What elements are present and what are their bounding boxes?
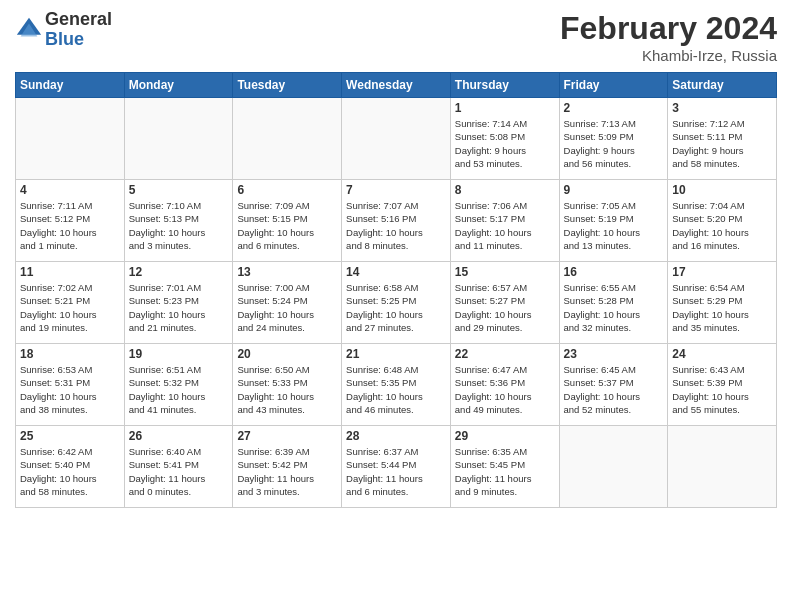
day-number: 27	[237, 429, 337, 443]
calendar-table: Sunday Monday Tuesday Wednesday Thursday…	[15, 72, 777, 508]
col-sunday: Sunday	[16, 73, 125, 98]
calendar-cell: 10Sunrise: 7:04 AMSunset: 5:20 PMDayligh…	[668, 180, 777, 262]
day-number: 14	[346, 265, 446, 279]
calendar-cell	[559, 426, 668, 508]
week-row-4: 25Sunrise: 6:42 AMSunset: 5:40 PMDayligh…	[16, 426, 777, 508]
calendar-cell: 11Sunrise: 7:02 AMSunset: 5:21 PMDayligh…	[16, 262, 125, 344]
day-info: Sunrise: 6:47 AMSunset: 5:36 PMDaylight:…	[455, 363, 555, 416]
day-number: 18	[20, 347, 120, 361]
calendar-cell: 20Sunrise: 6:50 AMSunset: 5:33 PMDayligh…	[233, 344, 342, 426]
logo-text: General Blue	[45, 10, 112, 50]
day-info: Sunrise: 6:39 AMSunset: 5:42 PMDaylight:…	[237, 445, 337, 498]
day-number: 26	[129, 429, 229, 443]
day-number: 7	[346, 183, 446, 197]
day-info: Sunrise: 6:45 AMSunset: 5:37 PMDaylight:…	[564, 363, 664, 416]
calendar-cell	[124, 98, 233, 180]
day-number: 3	[672, 101, 772, 115]
day-info: Sunrise: 6:40 AMSunset: 5:41 PMDaylight:…	[129, 445, 229, 498]
day-number: 12	[129, 265, 229, 279]
calendar-cell: 12Sunrise: 7:01 AMSunset: 5:23 PMDayligh…	[124, 262, 233, 344]
calendar-cell: 4Sunrise: 7:11 AMSunset: 5:12 PMDaylight…	[16, 180, 125, 262]
logo-general: General	[45, 10, 112, 30]
calendar-cell: 27Sunrise: 6:39 AMSunset: 5:42 PMDayligh…	[233, 426, 342, 508]
logo-icon	[15, 16, 43, 44]
calendar-body: 1Sunrise: 7:14 AMSunset: 5:08 PMDaylight…	[16, 98, 777, 508]
day-info: Sunrise: 7:06 AMSunset: 5:17 PMDaylight:…	[455, 199, 555, 252]
col-monday: Monday	[124, 73, 233, 98]
day-number: 20	[237, 347, 337, 361]
day-number: 23	[564, 347, 664, 361]
day-info: Sunrise: 7:14 AMSunset: 5:08 PMDaylight:…	[455, 117, 555, 170]
calendar-cell: 25Sunrise: 6:42 AMSunset: 5:40 PMDayligh…	[16, 426, 125, 508]
day-info: Sunrise: 6:54 AMSunset: 5:29 PMDaylight:…	[672, 281, 772, 334]
calendar-cell: 17Sunrise: 6:54 AMSunset: 5:29 PMDayligh…	[668, 262, 777, 344]
calendar-cell: 14Sunrise: 6:58 AMSunset: 5:25 PMDayligh…	[342, 262, 451, 344]
col-tuesday: Tuesday	[233, 73, 342, 98]
day-number: 19	[129, 347, 229, 361]
day-number: 29	[455, 429, 555, 443]
day-number: 21	[346, 347, 446, 361]
calendar-cell: 21Sunrise: 6:48 AMSunset: 5:35 PMDayligh…	[342, 344, 451, 426]
day-info: Sunrise: 7:07 AMSunset: 5:16 PMDaylight:…	[346, 199, 446, 252]
calendar-cell	[233, 98, 342, 180]
day-number: 24	[672, 347, 772, 361]
calendar-cell: 6Sunrise: 7:09 AMSunset: 5:15 PMDaylight…	[233, 180, 342, 262]
day-info: Sunrise: 7:12 AMSunset: 5:11 PMDaylight:…	[672, 117, 772, 170]
col-saturday: Saturday	[668, 73, 777, 98]
month-title: February 2024	[560, 10, 777, 47]
header-row: Sunday Monday Tuesday Wednesday Thursday…	[16, 73, 777, 98]
logo: General Blue	[15, 10, 112, 50]
calendar-cell: 13Sunrise: 7:00 AMSunset: 5:24 PMDayligh…	[233, 262, 342, 344]
day-number: 28	[346, 429, 446, 443]
week-row-1: 4Sunrise: 7:11 AMSunset: 5:12 PMDaylight…	[16, 180, 777, 262]
week-row-2: 11Sunrise: 7:02 AMSunset: 5:21 PMDayligh…	[16, 262, 777, 344]
calendar-cell: 5Sunrise: 7:10 AMSunset: 5:13 PMDaylight…	[124, 180, 233, 262]
day-info: Sunrise: 6:35 AMSunset: 5:45 PMDaylight:…	[455, 445, 555, 498]
main-container: General Blue February 2024 Khambi-Irze, …	[0, 0, 792, 513]
day-number: 11	[20, 265, 120, 279]
day-info: Sunrise: 7:01 AMSunset: 5:23 PMDaylight:…	[129, 281, 229, 334]
day-number: 16	[564, 265, 664, 279]
day-info: Sunrise: 7:10 AMSunset: 5:13 PMDaylight:…	[129, 199, 229, 252]
day-number: 25	[20, 429, 120, 443]
day-info: Sunrise: 7:05 AMSunset: 5:19 PMDaylight:…	[564, 199, 664, 252]
day-number: 22	[455, 347, 555, 361]
day-info: Sunrise: 6:53 AMSunset: 5:31 PMDaylight:…	[20, 363, 120, 416]
col-wednesday: Wednesday	[342, 73, 451, 98]
calendar-cell: 18Sunrise: 6:53 AMSunset: 5:31 PMDayligh…	[16, 344, 125, 426]
title-block: February 2024 Khambi-Irze, Russia	[560, 10, 777, 64]
day-number: 13	[237, 265, 337, 279]
calendar-cell: 26Sunrise: 6:40 AMSunset: 5:41 PMDayligh…	[124, 426, 233, 508]
calendar-cell: 1Sunrise: 7:14 AMSunset: 5:08 PMDaylight…	[450, 98, 559, 180]
location-title: Khambi-Irze, Russia	[560, 47, 777, 64]
day-info: Sunrise: 7:11 AMSunset: 5:12 PMDaylight:…	[20, 199, 120, 252]
day-number: 6	[237, 183, 337, 197]
day-info: Sunrise: 7:09 AMSunset: 5:15 PMDaylight:…	[237, 199, 337, 252]
calendar-cell: 3Sunrise: 7:12 AMSunset: 5:11 PMDaylight…	[668, 98, 777, 180]
day-info: Sunrise: 6:57 AMSunset: 5:27 PMDaylight:…	[455, 281, 555, 334]
calendar-cell: 9Sunrise: 7:05 AMSunset: 5:19 PMDaylight…	[559, 180, 668, 262]
calendar-cell: 22Sunrise: 6:47 AMSunset: 5:36 PMDayligh…	[450, 344, 559, 426]
day-info: Sunrise: 7:00 AMSunset: 5:24 PMDaylight:…	[237, 281, 337, 334]
calendar-cell	[668, 426, 777, 508]
calendar-cell: 24Sunrise: 6:43 AMSunset: 5:39 PMDayligh…	[668, 344, 777, 426]
day-info: Sunrise: 6:48 AMSunset: 5:35 PMDaylight:…	[346, 363, 446, 416]
day-info: Sunrise: 6:42 AMSunset: 5:40 PMDaylight:…	[20, 445, 120, 498]
logo-blue: Blue	[45, 30, 112, 50]
col-friday: Friday	[559, 73, 668, 98]
calendar-cell: 29Sunrise: 6:35 AMSunset: 5:45 PMDayligh…	[450, 426, 559, 508]
calendar-cell: 16Sunrise: 6:55 AMSunset: 5:28 PMDayligh…	[559, 262, 668, 344]
calendar-cell: 8Sunrise: 7:06 AMSunset: 5:17 PMDaylight…	[450, 180, 559, 262]
day-info: Sunrise: 6:58 AMSunset: 5:25 PMDaylight:…	[346, 281, 446, 334]
day-number: 15	[455, 265, 555, 279]
day-number: 1	[455, 101, 555, 115]
header: General Blue February 2024 Khambi-Irze, …	[15, 10, 777, 64]
calendar-cell	[342, 98, 451, 180]
calendar-cell	[16, 98, 125, 180]
day-number: 4	[20, 183, 120, 197]
day-number: 17	[672, 265, 772, 279]
day-info: Sunrise: 6:51 AMSunset: 5:32 PMDaylight:…	[129, 363, 229, 416]
day-info: Sunrise: 6:37 AMSunset: 5:44 PMDaylight:…	[346, 445, 446, 498]
day-number: 2	[564, 101, 664, 115]
day-info: Sunrise: 7:02 AMSunset: 5:21 PMDaylight:…	[20, 281, 120, 334]
